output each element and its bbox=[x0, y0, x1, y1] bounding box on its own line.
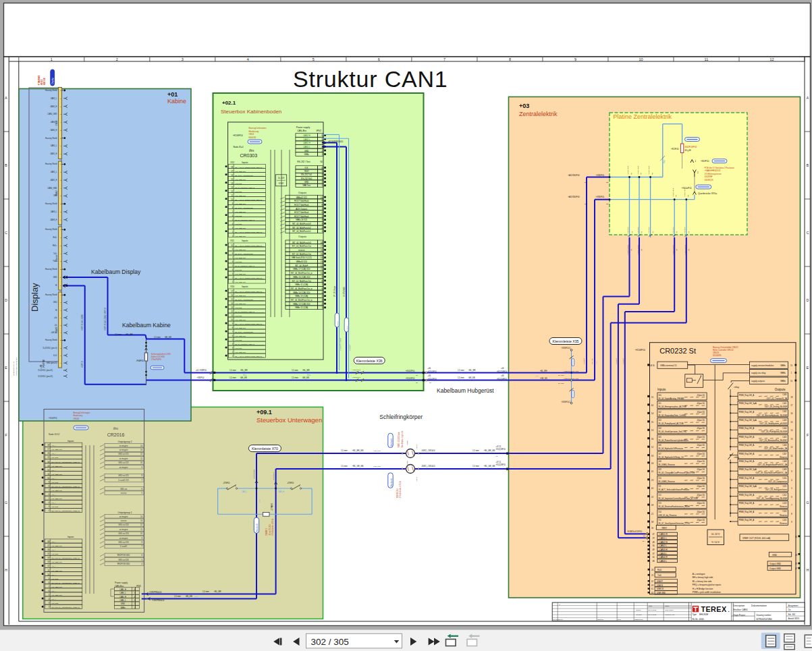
svg-text:39: 39 bbox=[651, 504, 654, 507]
svg-text:BL = binary low side: BL = binary low side bbox=[693, 580, 712, 583]
svg-text:VBBo42 X21: VBBo42 X21 bbox=[296, 196, 307, 199]
svg-text:OUT_03_ElectroHydraulic_NL4348: OUT_03_ElectroHydraulic_NL4348 bbox=[757, 414, 788, 417]
svg-text:INT_04_MultiFuncIn2: INT_04_MultiFuncIn2 bbox=[292, 227, 311, 229]
svg-text:GE_GN: GE_GN bbox=[186, 595, 192, 598]
svg-text:4,8μm /50: 4,8μm /50 bbox=[697, 453, 705, 455]
svg-text:VBBo 12 (12A): VBBo 12 (12A) bbox=[295, 306, 308, 309]
svg-text:1,5 mm²: 1,5 mm² bbox=[472, 465, 479, 468]
svg-text:17: 17 bbox=[790, 404, 793, 407]
svg-text:blau: blau bbox=[535, 375, 539, 377]
svg-text:-X7/29 IF10: -X7/29 IF10 bbox=[637, 165, 639, 175]
svg-text:ifm: ifm bbox=[113, 426, 119, 430]
svg-text:Origin Project: Origin Project bbox=[733, 614, 745, 617]
svg-text:Heizlösung: Heizlösung bbox=[73, 414, 82, 417]
svg-text:28.06.2012: 28.06.2012 bbox=[648, 609, 657, 611]
svg-text:4,8μm /50: 4,8μm /50 bbox=[697, 419, 705, 422]
svg-text:Klemmleiste X36: Klemmleiste X36 bbox=[356, 359, 383, 363]
svg-text:23: 23 bbox=[795, 554, 798, 557]
svg-text:15: 15 bbox=[790, 364, 793, 367]
svg-text:VBBo 15 (12A): VBBo 15 (12A) bbox=[295, 283, 308, 286]
svg-text:CR03: CR03 bbox=[248, 133, 254, 136]
svg-text:C406: C406 bbox=[782, 444, 787, 447]
svg-text:IN_04_PowerSensor/cylinderMill: IN_04_PowerSensor/cylinderMiller bbox=[659, 439, 688, 442]
svg-text:Do: Do bbox=[788, 608, 791, 611]
svg-text:«BL_BR: «BL_BR bbox=[126, 333, 132, 336]
svg-text:IN_04_ImportantControlSystemJo: IN_04_ImportantControlSystemJoys_pCTIVE bbox=[659, 497, 698, 500]
svg-text:OUT_03_TravelBypassing_NL4348: OUT_03_TravelBypassing_NL4348 bbox=[756, 497, 787, 500]
svg-text:U used/5 X25: U used/5 X25 bbox=[118, 479, 129, 482]
svg-text:Inputs: Inputs bbox=[242, 161, 248, 164]
svg-text:«X1(2)3IF10: «X1(2)3IF10 bbox=[497, 370, 507, 373]
svg-text:GND (pins25): GND (pins25) bbox=[47, 362, 57, 364]
svg-text:C402: C402 bbox=[782, 410, 787, 413]
svg-text:13: 13 bbox=[231, 306, 233, 309]
svg-text:C412: C412 bbox=[782, 494, 787, 497]
svg-text:X11 VBBs Out: X11 VBBs Out bbox=[51, 449, 62, 451]
svg-text:C: C bbox=[807, 231, 809, 235]
svg-text:X12 VBBs Out: X12 VBBs Out bbox=[235, 257, 246, 259]
svg-text:blau: blau bbox=[595, 361, 597, 364]
svg-text:supply via relay: supply via relay bbox=[751, 372, 766, 374]
svg-text:«#8: «#8 bbox=[253, 469, 255, 472]
svg-text:63 g HI: 63 g HI bbox=[685, 149, 691, 152]
svg-text:I08: I08 bbox=[659, 460, 661, 463]
svg-text:Thomas Feld: Thomas Feld bbox=[665, 614, 675, 616]
svg-text:«BL_BR: «BL_BR bbox=[240, 369, 247, 372]
svg-text:GE_GN: GE_GN bbox=[240, 376, 247, 379]
svg-text:+02.1: +02.1 bbox=[222, 100, 236, 106]
svg-text:TxD+: TxD+ bbox=[53, 260, 57, 262]
svg-text:VBB Stab (9/10 V (C/2): VBB Stab (9/10 V (C/2) bbox=[292, 256, 312, 259]
svg-text:8: 8 bbox=[509, 57, 511, 61]
svg-text:Type: Type bbox=[693, 613, 697, 616]
svg-text:TxD-: TxD- bbox=[53, 252, 57, 255]
svg-text:C400: C400 bbox=[782, 393, 787, 396]
svg-text:IN_04_ChargeAirCoolPressure_pf: IN_04_ChargeAirCoolPressure_pfaCTIVE bbox=[659, 472, 695, 474]
svg-text:1,5mm²: 1,5mm² bbox=[583, 358, 585, 364]
svg-text:relay: relay bbox=[734, 456, 740, 459]
svg-text:CR0232 St: CR0232 St bbox=[659, 347, 696, 355]
svg-text:blau: blau bbox=[194, 596, 198, 598]
svg-text:Struktur CAN1: Struktur CAN1 bbox=[293, 66, 448, 92]
svg-text:Marc Müller: Marc Müller bbox=[665, 609, 674, 611]
svg-text:VBBs: VBBs bbox=[780, 380, 786, 383]
svg-text:Inputs: Inputs bbox=[242, 239, 248, 242]
svg-text:PWM_Reg DH_A: PWM_Reg DH_A bbox=[739, 460, 755, 463]
svg-text:13: 13 bbox=[321, 260, 323, 263]
svg-text:46 30: 46 30 bbox=[650, 364, 655, 367]
svg-text:«1/X3(2)IF10: «1/X3(2)IF10 bbox=[637, 245, 639, 255]
svg-text:-X7/23 IF10: -X7/23 IF10 bbox=[684, 188, 686, 197]
svg-text:-X08/2: -X08/2 bbox=[406, 460, 408, 465]
svg-text:Steckv.: Steckv. bbox=[346, 325, 348, 331]
svg-text:11: 11 bbox=[48, 569, 50, 572]
svg-text:an imagine: an imagine bbox=[119, 537, 128, 540]
svg-text:PWM_Reg DH_SpA: PWM_Reg DH_SpA bbox=[739, 485, 757, 488]
svg-text:X12 GND: X12 GND bbox=[235, 315, 242, 317]
svg-text:C401: C401 bbox=[782, 402, 787, 405]
svg-text:60: 60 bbox=[651, 404, 654, 407]
svg-text:3: 3 bbox=[182, 57, 184, 61]
svg-text:Output: Output bbox=[636, 609, 641, 611]
svg-text:HOUT SideHook: HOUT SideHook bbox=[294, 215, 309, 218]
svg-text:302 / 305: 302 / 305 bbox=[311, 637, 349, 647]
svg-text:CR0303: CR0303 bbox=[240, 153, 257, 158]
svg-text:Housing Shield: Housing Shield bbox=[45, 268, 57, 271]
svg-text:1,5 mm²: 1,5 mm² bbox=[458, 376, 464, 379]
svg-text:INT_04_MultiFuncIn3: INT_04_MultiFuncIn3 bbox=[292, 223, 311, 225]
svg-text:«CR2PIN1&10: «CR2PIN1&10 bbox=[149, 591, 162, 594]
svg-text:N2: N2 bbox=[320, 161, 323, 163]
svg-text:-F06F10: -F06F10 bbox=[136, 360, 144, 362]
svg-text:4,8μm /50: 4,8μm /50 bbox=[697, 411, 705, 414]
svg-text:6 Federleiste+4 Kt.4x: 6 Federleiste+4 Kt.4x bbox=[272, 518, 275, 536]
svg-text:NL-Nr.: 4004-: NL-Nr.: 4004- bbox=[693, 618, 705, 621]
svg-text:X12 GND: X12 GND bbox=[235, 261, 242, 263]
svg-text:15: 15 bbox=[790, 380, 793, 383]
svg-text:U used/5: U used/5 bbox=[120, 545, 128, 548]
svg-text:«X8IF10: «X8IF10 bbox=[197, 376, 205, 379]
svg-text:PWM_Reg DH_A: PWM_Reg DH_A bbox=[739, 436, 755, 438]
svg-text:14: 14 bbox=[47, 557, 49, 559]
svg-text:«PL_PN: «PL_PN bbox=[591, 358, 593, 364]
svg-text:CAN2 H: CAN2 H bbox=[659, 541, 668, 544]
svg-text:CAN1 H: CAN1 H bbox=[659, 533, 668, 536]
svg-text:Kabler 0.5/CH26: Kabler 0.5/CH26 bbox=[151, 356, 165, 358]
svg-text:PWM_Reg DH_SpA: PWM_Reg DH_SpA bbox=[739, 419, 757, 422]
